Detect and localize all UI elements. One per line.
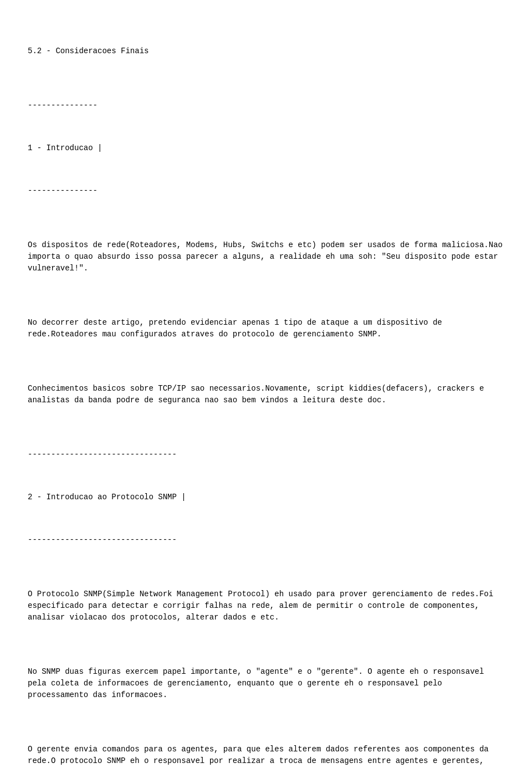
section2-heading: 2 - Introducao ao Protocolo SNMP | [28,491,504,503]
section1-paragraph-1: Os dispositos de rede(Roteadores, Modems… [28,239,504,274]
section1-separator-top: --------------- [28,100,504,111]
document-content: 5.2 - Consideracoes Finais -------------… [28,22,504,768]
section2-paragraph-2: No SNMP duas figuras exercem papel impor… [28,666,504,701]
section2-separator-top: -------------------------------- [28,449,504,460]
section1-separator-bottom: --------------- [28,185,504,197]
section2-paragraph-1: O Protocolo SNMP(Simple Network Manageme… [28,588,504,623]
section1-paragraph-2: No decorrer deste artigo, pretendo evide… [28,317,504,340]
section1-paragraph-3: Conhecimentos basicos sobre TCP/IP sao n… [28,383,504,406]
document-title: 5.2 - Consideracoes Finais [28,45,504,57]
section1-heading: 1 - Introducao | [28,142,504,154]
section2-separator-bottom: -------------------------------- [28,534,504,546]
section2-paragraph-3: O gerente envia comandos para os agentes… [28,744,504,768]
